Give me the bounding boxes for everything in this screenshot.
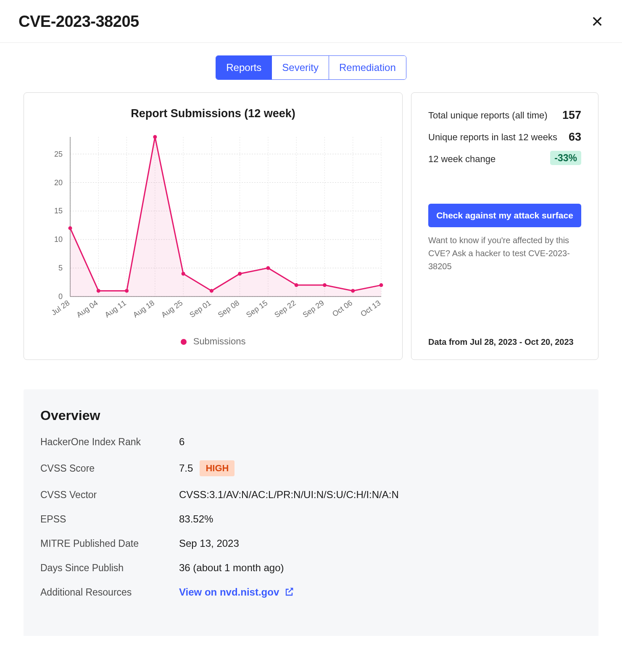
- tab-reports[interactable]: Reports: [216, 56, 272, 79]
- overview-published-value: Sep 13, 2023: [179, 538, 239, 549]
- svg-text:15: 15: [54, 207, 63, 215]
- tab-remediation[interactable]: Remediation: [329, 56, 406, 79]
- close-button[interactable]: ✕: [591, 14, 604, 29]
- overview-row-published: MITRE Published Date Sep 13, 2023: [40, 538, 582, 549]
- overview-resources-link-text: View on nvd.nist.gov: [179, 586, 279, 598]
- stat-recent-label: Unique reports in last 12 weeks: [428, 131, 560, 144]
- external-link-icon: [283, 586, 295, 598]
- svg-text:25: 25: [54, 150, 63, 158]
- overview-row-resources: Additional Resources View on nvd.nist.go…: [40, 586, 582, 598]
- close-icon: ✕: [591, 13, 604, 30]
- svg-text:Aug 18: Aug 18: [132, 299, 156, 319]
- overview-days-value: 36 (about 1 month ago): [179, 562, 284, 574]
- svg-point-26: [69, 226, 72, 230]
- overview-epss-label: EPSS: [40, 514, 179, 525]
- svg-text:20: 20: [54, 178, 63, 187]
- overview-row-vector: CVSS Vector CVSS:3.1/AV:N/AC:L/PR:N/UI:N…: [40, 489, 582, 501]
- svg-text:Sep 08: Sep 08: [216, 299, 241, 319]
- data-range-label: Data from Jul 28, 2023 - Oct 20, 2023: [428, 299, 581, 347]
- chart-legend: Submissions: [32, 336, 394, 347]
- svg-text:Jul 28: Jul 28: [50, 299, 71, 317]
- overview-days-label: Days Since Publish: [40, 562, 179, 574]
- modal-header: CVE-2023-38205 ✕: [0, 0, 622, 43]
- stat-total-value: 157: [562, 109, 581, 122]
- overview-resources-label: Additional Resources: [40, 587, 179, 598]
- stat-change-label: 12 week change: [428, 152, 542, 166]
- svg-text:Oct 06: Oct 06: [331, 299, 354, 318]
- svg-point-29: [153, 135, 157, 139]
- legend-dot-icon: [181, 339, 187, 345]
- overview-panel: Overview HackerOne Index Rank 6 CVSS Sco…: [24, 389, 598, 636]
- overview-row-days: Days Since Publish 36 (about 1 month ago…: [40, 562, 582, 574]
- overview-title: Overview: [40, 408, 582, 423]
- svg-text:10: 10: [54, 235, 63, 244]
- svg-text:Oct 13: Oct 13: [359, 299, 382, 318]
- stat-recent-value: 63: [569, 131, 581, 144]
- overview-cvss-label: CVSS Score: [40, 463, 179, 474]
- page-title: CVE-2023-38205: [18, 13, 139, 31]
- overview-rank-label: HackerOne Index Rank: [40, 436, 179, 448]
- svg-point-36: [351, 289, 355, 293]
- svg-text:Sep 29: Sep 29: [301, 299, 326, 319]
- overview-rank-value: 6: [179, 436, 184, 448]
- chart-card: Report Submissions (12 week) 0510152025J…: [24, 92, 403, 360]
- overview-cvss-score: 7.5: [179, 462, 193, 474]
- svg-text:5: 5: [58, 264, 63, 272]
- svg-point-37: [380, 283, 383, 287]
- overview-resources-link[interactable]: View on nvd.nist.gov: [179, 586, 295, 598]
- svg-point-33: [266, 266, 270, 270]
- check-attack-surface-button[interactable]: Check against my attack surface: [428, 204, 581, 227]
- svg-text:Aug 04: Aug 04: [75, 299, 99, 319]
- overview-cvss-badge: HIGH: [200, 460, 235, 476]
- content-row: Report Submissions (12 week) 0510152025J…: [0, 92, 622, 360]
- chart-title: Report Submissions (12 week): [32, 107, 394, 120]
- cta-subtext: Want to know if you're affected by this …: [428, 234, 581, 273]
- overview-published-label: MITRE Published Date: [40, 538, 179, 549]
- stats-card: Total unique reports (all time) 157 Uniq…: [411, 92, 598, 360]
- stat-total: Total unique reports (all time) 157: [428, 109, 581, 122]
- overview-cvss-value: 7.5 HIGH: [179, 460, 235, 476]
- svg-point-27: [97, 289, 100, 293]
- svg-text:0: 0: [58, 292, 63, 301]
- overview-vector-value: CVSS:3.1/AV:N/AC:L/PR:N/UI:N/S:U/C:H/I:N…: [179, 489, 399, 501]
- svg-point-32: [238, 272, 242, 276]
- tab-group: Reports Severity Remediation: [216, 55, 406, 80]
- overview-epss-value: 83.52%: [179, 513, 213, 525]
- svg-text:Sep 01: Sep 01: [188, 299, 212, 319]
- stat-recent: Unique reports in last 12 weeks 63: [428, 131, 581, 144]
- tab-severity[interactable]: Severity: [272, 56, 329, 79]
- overview-row-epss: EPSS 83.52%: [40, 513, 582, 525]
- svg-text:Aug 11: Aug 11: [103, 299, 128, 319]
- svg-point-28: [125, 289, 129, 293]
- tab-bar: Reports Severity Remediation: [0, 55, 622, 80]
- legend-label: Submissions: [193, 336, 246, 346]
- stat-change-badge: -33%: [550, 151, 581, 165]
- overview-row-rank: HackerOne Index Rank 6: [40, 436, 582, 448]
- svg-text:Sep 22: Sep 22: [273, 299, 297, 319]
- svg-point-35: [323, 283, 327, 287]
- stat-change: 12 week change -33%: [428, 152, 581, 166]
- stat-total-label: Total unique reports (all time): [428, 109, 554, 122]
- svg-text:Aug 25: Aug 25: [160, 299, 184, 319]
- svg-text:Sep 15: Sep 15: [245, 299, 269, 319]
- svg-point-30: [182, 272, 185, 276]
- submissions-chart: 0510152025Jul 28Aug 04Aug 11Aug 18Aug 25…: [32, 133, 394, 326]
- overview-vector-label: CVSS Vector: [40, 489, 179, 501]
- svg-point-34: [295, 283, 298, 287]
- svg-point-31: [210, 289, 213, 293]
- overview-row-cvss: CVSS Score 7.5 HIGH: [40, 460, 582, 476]
